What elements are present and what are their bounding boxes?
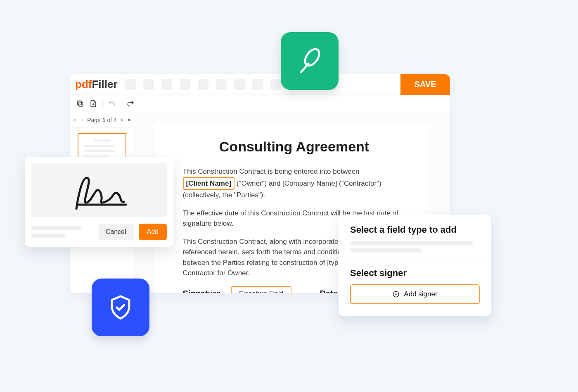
paragraph-1: This Construction Contract is being ente… <box>183 166 406 201</box>
page-indicator: Page 1 of 4 <box>87 117 117 123</box>
svg-point-3 <box>302 47 322 68</box>
brand-logo: pdfFiller <box>75 78 118 91</box>
undo-icon[interactable] <box>108 99 116 108</box>
redo-icon[interactable] <box>126 99 135 108</box>
add-signer-label: Add signer <box>404 290 437 298</box>
signature-glyph-icon <box>64 170 134 211</box>
toolbar-divider <box>121 99 121 108</box>
shield-check-icon <box>106 293 135 322</box>
signature-field[interactable]: Signature Field <box>231 286 292 293</box>
copy-icon[interactable] <box>76 99 84 108</box>
chevron-double-left-icon[interactable] <box>72 118 77 123</box>
client-name-field[interactable]: [Client Name] <box>183 177 235 190</box>
date-label: Date <box>320 289 337 293</box>
editor-tools-bar <box>70 95 450 112</box>
chevron-double-right-icon[interactable] <box>127 118 132 123</box>
svg-rect-0 <box>79 102 83 106</box>
toolbar-placeholder[interactable] <box>161 79 172 90</box>
toolbar-placeholder[interactable] <box>198 79 208 90</box>
save-button[interactable]: SAVE <box>400 74 450 95</box>
svg-rect-1 <box>77 101 81 105</box>
field-type-heading: Select a field type to add <box>350 224 480 235</box>
toolbar-placeholder[interactable] <box>234 79 245 90</box>
brand-second: Filler <box>92 78 117 90</box>
toolbar-placeholder[interactable] <box>252 79 263 90</box>
signature-meta-placeholder <box>31 226 93 238</box>
toolbar-placeholder[interactable] <box>216 79 227 90</box>
toolbar-placeholder[interactable] <box>180 79 190 90</box>
signature-preview[interactable] <box>31 163 167 217</box>
toolbar-placeholder[interactable] <box>270 79 281 90</box>
chevron-right-icon[interactable] <box>119 118 124 123</box>
brand-first: pdf <box>75 78 92 90</box>
cancel-button[interactable]: Cancel <box>98 224 134 240</box>
document-title: Consulting Agreement <box>183 139 406 155</box>
sign-badge <box>281 32 339 90</box>
add-signer-button[interactable]: Add signer <box>350 284 480 304</box>
panel-divider <box>339 260 491 260</box>
toolbar-placeholder[interactable] <box>125 79 136 90</box>
plus-circle-icon <box>392 290 400 298</box>
page-navigator: Page 1 of 4 <box>70 112 134 128</box>
toolbar-divider <box>102 99 103 108</box>
signature-label: Signature <box>183 289 221 293</box>
toolbar-placeholder[interactable] <box>143 79 154 90</box>
editor-top-bar: pdfFiller SAVE <box>70 74 450 95</box>
pdf-file-icon[interactable] <box>89 99 97 108</box>
select-signer-heading: Select signer <box>350 268 480 279</box>
add-signature-button[interactable]: Add <box>139 224 167 240</box>
chevron-left-icon[interactable] <box>80 118 85 123</box>
signature-preview-card: Cancel Add <box>25 157 173 247</box>
field-type-placeholder <box>350 241 480 253</box>
signer-panel: Select a field type to add Select signer… <box>339 215 491 316</box>
sign-feather-icon <box>295 46 325 76</box>
security-badge <box>92 279 149 336</box>
